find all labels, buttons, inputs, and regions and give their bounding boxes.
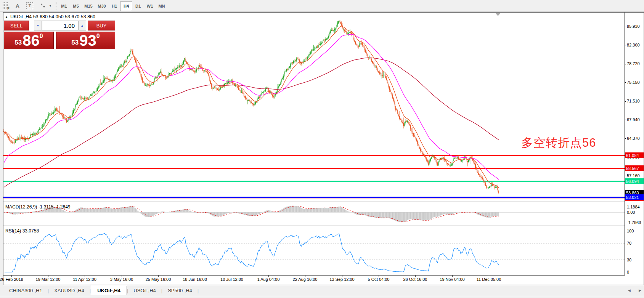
text-tool-icon[interactable]: T bbox=[25, 1, 34, 10]
price-line-label: 61.084 bbox=[625, 152, 644, 158]
macd-pane-canvas[interactable] bbox=[3, 203, 625, 226]
timeframe-button-h1[interactable]: H1 bbox=[108, 1, 120, 11]
price-line-label: 56.094 bbox=[625, 178, 644, 184]
time-tick-label: 18 Jun 16:00 bbox=[177, 277, 213, 282]
chart-header: ▲ UKOil-,H4 53.680 54.050 53.670 53.860 bbox=[5, 14, 95, 19]
top-toolbar: F A T ▼ M1M5M15M30H1H4D1W1MN bbox=[0, 0, 644, 12]
time-tick-label: 26 Oct 16:00 bbox=[397, 277, 434, 282]
rsi-scale-label: 0 bbox=[627, 270, 629, 274]
chart-shift-marker[interactable] bbox=[496, 13, 500, 16]
sell-price-sup: 0 bbox=[40, 33, 43, 40]
price-tick-label: 78.720 bbox=[627, 61, 644, 66]
time-tick-label: 11 Apr 12:00 bbox=[66, 277, 103, 282]
symbol-ohlc-text: UKOil-,H4 53.680 54.050 53.670 53.860 bbox=[10, 14, 95, 19]
macd-scale-label: 0.00 bbox=[627, 210, 635, 215]
svg-text:F: F bbox=[7, 6, 10, 10]
chart-tab-xauusdh4[interactable]: XAUUSD-,H4 bbox=[49, 286, 90, 295]
pane-divider-rsi[interactable] bbox=[3, 226, 625, 226]
chart-tab-usoilh4[interactable]: USOil-,H4 bbox=[128, 286, 161, 295]
timeframe-button-m5[interactable]: M5 bbox=[70, 1, 82, 11]
time-tick-label: 26 Feb 2018 bbox=[0, 277, 30, 282]
time-tick-label: 19 Mar 12:00 bbox=[30, 277, 66, 282]
arrows-tool-icon[interactable] bbox=[38, 1, 48, 10]
timeframe-button-m1[interactable]: M1 bbox=[58, 1, 70, 11]
timeframe-button-h4[interactable]: H4 bbox=[120, 1, 132, 11]
timeframe-button-m30[interactable]: M30 bbox=[95, 1, 109, 11]
one-click-trading-panel: SELL ▼ ▲ BUY 53 86 0 53 93 0 bbox=[4, 21, 114, 49]
chart-annotation-text[interactable]: 多空转折点56 bbox=[521, 135, 596, 151]
price-tick-label: 71.510 bbox=[627, 99, 644, 103]
buy-price-big: 93 bbox=[79, 33, 96, 48]
time-tick-label: 1 Aug 04:00 bbox=[250, 277, 287, 282]
time-tick-label: 5 Oct 04:00 bbox=[360, 277, 397, 282]
price-tick-label: 85.930 bbox=[627, 24, 644, 29]
time-tick-label: 19 Nov 04:00 bbox=[434, 277, 471, 282]
chart-tab-china300h1[interactable]: CHINA300-,H1 bbox=[4, 286, 48, 295]
volume-decrease-button[interactable]: ▼ bbox=[34, 21, 42, 30]
macd-scale-label: -1.7963 bbox=[627, 220, 641, 225]
chart-tab-sp500h4[interactable]: SP500-,H4 bbox=[162, 286, 198, 295]
rsi-label: RSI(14) 33.0758 bbox=[5, 228, 39, 234]
pane-divider-macd[interactable] bbox=[3, 202, 625, 202]
time-tick-label: 10 Jul 12:00 bbox=[214, 277, 250, 282]
buy-price-small: 53 bbox=[71, 39, 79, 46]
price-line-label: 58.567 bbox=[625, 165, 644, 171]
timeframe-button-m15[interactable]: M15 bbox=[82, 1, 95, 11]
tab-scroll-right-icon[interactable]: ► bbox=[638, 288, 642, 293]
macd-label: MACD(12,26,9) -1.3115 -1.2649 bbox=[5, 204, 71, 210]
dropdown-caret-icon[interactable]: ▼ bbox=[48, 1, 53, 10]
price-tick-label: 57.160 bbox=[627, 173, 644, 178]
rsi-pane-canvas[interactable] bbox=[3, 227, 625, 275]
buy-button[interactable]: BUY bbox=[88, 21, 115, 30]
macd-scale-label: 1.1884 bbox=[627, 205, 640, 209]
time-tick-label: 11 Dec 05:00 bbox=[471, 277, 507, 282]
text-label-icon[interactable]: A bbox=[13, 1, 22, 10]
tab-scroll-left-icon[interactable]: ◄ bbox=[627, 288, 631, 293]
price-tick-label: 67.940 bbox=[627, 117, 644, 122]
rsi-scale-label: 100 bbox=[627, 229, 634, 233]
rsi-scale-label: 70 bbox=[627, 241, 631, 245]
buy-price-panel[interactable]: 53 93 0 bbox=[56, 32, 115, 49]
volume-increase-button[interactable]: ▲ bbox=[78, 21, 86, 30]
price-tick-label: 64.370 bbox=[627, 136, 644, 141]
timeframe-button-w1[interactable]: W1 bbox=[144, 1, 156, 11]
volume-input[interactable] bbox=[42, 21, 78, 30]
chart-tab-ukoilh4[interactable]: UKOil-,H4 bbox=[91, 286, 127, 295]
trading-terminal-window: F A T ▼ M1M5M15M30H1H4D1W1MN ▲ UKOil-,H4… bbox=[0, 0, 644, 298]
time-tick-label: 22 Aug 16:00 bbox=[287, 277, 323, 282]
fibonacci-lines-icon[interactable]: F bbox=[2, 1, 11, 10]
price-line-label: 53.021 bbox=[625, 194, 644, 200]
sell-price-big: 86 bbox=[22, 33, 40, 48]
chart-tab-bar: CHINA300-,H1|XAUUSD-,H4|UKOil-,H4|USOil-… bbox=[0, 285, 644, 296]
tab-separator: | bbox=[198, 288, 199, 293]
price-axis-line bbox=[625, 13, 625, 275]
time-tick-label: 25 May 16:00 bbox=[140, 277, 177, 282]
time-axis-line bbox=[3, 275, 625, 276]
time-tick-label: 13 Sep 12:00 bbox=[324, 277, 360, 282]
buy-price-sup: 0 bbox=[96, 33, 100, 40]
sell-price-small: 53 bbox=[14, 39, 22, 46]
collapse-quote-icon[interactable]: ▲ bbox=[5, 15, 8, 19]
timeframe-button-d1[interactable]: D1 bbox=[132, 1, 144, 11]
timeframe-button-mn[interactable]: MN bbox=[156, 1, 168, 11]
rsi-scale-label: 30 bbox=[627, 258, 631, 262]
sell-button[interactable]: SELL bbox=[4, 21, 29, 30]
sell-price-panel[interactable]: 53 86 0 bbox=[4, 32, 54, 49]
time-tick-label: 3 May 16:00 bbox=[103, 277, 140, 282]
price-tick-label: 75.150 bbox=[627, 80, 644, 85]
toolbar-grip[interactable] bbox=[56, 2, 58, 10]
price-tick-label: 82.360 bbox=[627, 43, 644, 47]
